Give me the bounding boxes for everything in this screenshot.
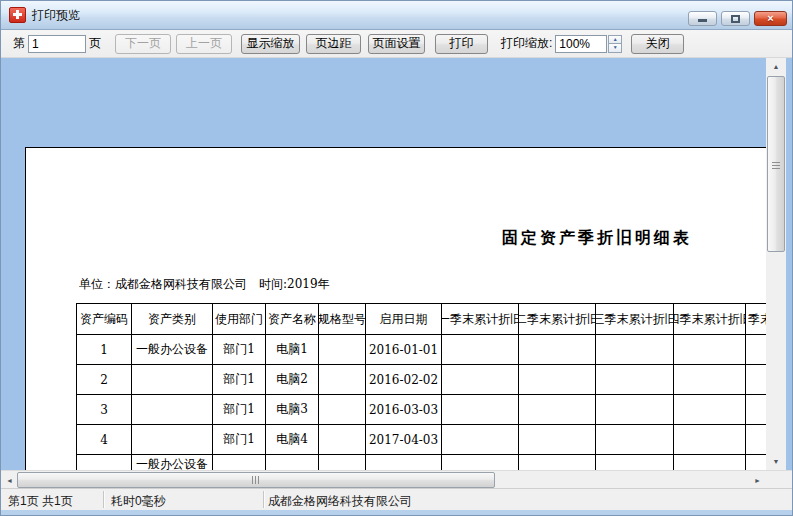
table-cell: 1 xyxy=(77,335,132,365)
scrollbar-corner xyxy=(766,471,792,489)
table-cell xyxy=(746,425,767,455)
titlebar[interactable]: 打印预览 × xyxy=(1,1,792,30)
print-zoom-input[interactable] xyxy=(555,35,607,53)
table-cell xyxy=(674,455,746,470)
print-button[interactable]: 打印 xyxy=(435,34,488,54)
scroll-down-icon[interactable]: ▼ xyxy=(766,453,786,470)
minimize-button[interactable] xyxy=(688,11,717,26)
table-cell xyxy=(442,455,519,470)
table-cell xyxy=(674,365,746,395)
table-header-cell: 一季末累计折旧 xyxy=(442,304,519,335)
table-cell: 电脑4 xyxy=(266,425,319,455)
table-cell xyxy=(596,365,674,395)
table-cell xyxy=(596,455,674,470)
table-cell xyxy=(442,425,519,455)
table-cell xyxy=(746,395,767,425)
table-header-cell: 启用日期 xyxy=(366,304,442,335)
page-setup-button[interactable]: 页面设置 xyxy=(368,34,425,54)
horizontal-scrollbar-thumb[interactable] xyxy=(17,472,495,488)
table-cell xyxy=(77,455,132,470)
table-cell xyxy=(519,425,596,455)
toolbar: 第 页 下一页 上一页 显示缩放 页边距 页面设置 打印 打印缩放: ▲ ▼ 关… xyxy=(1,30,792,58)
page-margin-button[interactable]: 页边距 xyxy=(306,34,361,54)
spinner-down-button[interactable]: ▼ xyxy=(608,43,622,53)
table-cell: 2017-04-03 xyxy=(366,425,442,455)
table-cell xyxy=(319,365,366,395)
spinner-up-button[interactable]: ▲ xyxy=(608,35,622,44)
table-cell xyxy=(319,335,366,365)
table-cell xyxy=(519,455,596,470)
subtotal-category: 一般办公设备 xyxy=(136,457,208,470)
table-cell xyxy=(132,425,213,455)
table-cell: 电脑3 xyxy=(266,395,319,425)
table-cell: 电脑1 xyxy=(266,335,319,365)
document-page: 固定资产季折旧明细表 单位：成都金格网科技有限公司 时间:2019年 资产编码 … xyxy=(25,147,767,470)
table-cell xyxy=(442,365,519,395)
status-page-info: 第1页 共1页 xyxy=(8,493,73,510)
page-label-suffix: 页 xyxy=(89,35,101,52)
table-cell xyxy=(319,425,366,455)
table-cell: 2016-03-03 xyxy=(366,395,442,425)
close-preview-button[interactable]: 关闭 xyxy=(631,34,684,54)
preview-area: 固定资产季折旧明细表 单位：成都金格网科技有限公司 时间:2019年 资产编码 … xyxy=(1,58,792,470)
scroll-up-icon[interactable]: ▲ xyxy=(766,58,786,75)
table-cell xyxy=(746,365,767,395)
table-header-cell: 使用部门 xyxy=(213,304,266,335)
page-label-prefix: 第 xyxy=(13,35,25,52)
page-number-input[interactable] xyxy=(28,35,86,53)
table-cell xyxy=(519,335,596,365)
table-cell: 部门1 xyxy=(213,335,266,365)
table-cell: 一般办公设备 xyxy=(132,335,213,365)
maximize-button[interactable] xyxy=(721,11,750,26)
table-header-cell: 资产编码 xyxy=(77,304,132,335)
table-subtotal-row: 一般办公设备 小计 xyxy=(77,455,767,470)
table-cell xyxy=(519,395,596,425)
table-cell xyxy=(442,395,519,425)
table-cell: 部门1 xyxy=(213,425,266,455)
table-cell xyxy=(519,365,596,395)
table-cell xyxy=(319,455,366,470)
table-row: 2 部门1 电脑2 2016-02-02 xyxy=(77,365,767,395)
table-header-cell: 资产名称 xyxy=(266,304,319,335)
vertical-scrollbar-thumb[interactable] xyxy=(767,76,785,252)
window-title: 打印预览 xyxy=(32,7,80,24)
table-cell: 3 xyxy=(77,395,132,425)
report-table: 资产编码 资产类别 使用部门 资产名称 规格型号 启用日期 一季末累计折旧 二季… xyxy=(76,303,767,470)
table-cell: 电脑2 xyxy=(266,365,319,395)
table-cell xyxy=(132,395,213,425)
app-icon xyxy=(9,7,26,23)
vertical-scrollbar[interactable]: ▲ ▼ xyxy=(766,58,786,470)
maximize-icon xyxy=(731,15,740,23)
table-cell xyxy=(746,455,767,470)
table-cell xyxy=(213,455,266,470)
print-zoom-label: 打印缩放: xyxy=(501,35,552,52)
table-cell: 部门1 xyxy=(213,365,266,395)
table-header-cell: 四季末累计折旧 xyxy=(674,304,746,335)
prev-page-button[interactable]: 上一页 xyxy=(176,34,232,54)
next-page-button[interactable]: 下一页 xyxy=(115,34,171,54)
print-zoom-spinner: ▲ ▼ xyxy=(608,35,622,53)
status-company-name: 成都金格网络科技有限公司 xyxy=(268,493,412,510)
table-header-cell: 三季末累计折旧 xyxy=(596,304,674,335)
table-header-cell: 规格型号 xyxy=(319,304,366,335)
horizontal-scrollbar[interactable]: ◄ ► xyxy=(1,470,792,489)
table-header-row: 资产编码 资产类别 使用部门 资产名称 规格型号 启用日期 一季末累计折旧 二季… xyxy=(77,304,767,335)
document-unit-line: 单位：成都金格网科技有限公司 时间:2019年 xyxy=(79,276,330,293)
show-zoom-button[interactable]: 显示缩放 xyxy=(241,34,300,54)
table-cell xyxy=(596,425,674,455)
table-cell: 4 xyxy=(77,425,132,455)
table-cell xyxy=(596,395,674,425)
table-cell xyxy=(442,335,519,365)
document-title: 固定资产季折旧明细表 xyxy=(502,228,692,249)
table-row: 1 一般办公设备 部门1 电脑1 2016-01-01 xyxy=(77,335,767,365)
table-cell: 部门1 xyxy=(213,395,266,425)
scroll-left-icon[interactable]: ◄ xyxy=(1,471,18,489)
table-cell xyxy=(596,335,674,365)
table-row: 4 部门1 电脑4 2017-04-03 xyxy=(77,425,767,455)
table-cell xyxy=(746,335,767,365)
close-window-button[interactable]: × xyxy=(754,11,787,26)
window-controls: × xyxy=(688,11,787,26)
scroll-right-icon[interactable]: ► xyxy=(749,471,766,489)
table-cell xyxy=(674,335,746,365)
scrollbar-grip-icon xyxy=(252,476,261,484)
